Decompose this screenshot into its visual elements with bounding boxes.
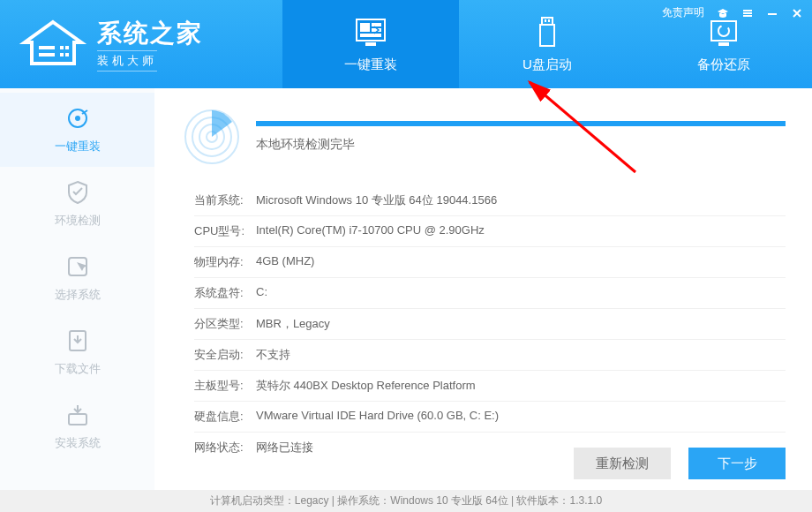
svg-rect-3 xyxy=(65,46,69,49)
info-row: 安全启动:不支持 xyxy=(194,340,786,371)
svg-rect-11 xyxy=(365,42,376,46)
info-label: 物理内存: xyxy=(194,254,256,270)
close-icon[interactable] xyxy=(791,7,803,19)
svg-point-24 xyxy=(75,116,80,121)
scan-status: 本地环境检测完毕 xyxy=(256,137,786,153)
info-label: 硬盘信息: xyxy=(194,409,256,425)
svg-rect-27 xyxy=(69,414,86,425)
info-label: 分区类型: xyxy=(194,316,256,332)
svg-rect-20 xyxy=(743,15,752,17)
minimize-icon[interactable] xyxy=(766,7,778,19)
rescan-button[interactable]: 重新检测 xyxy=(574,448,671,479)
svg-rect-18 xyxy=(743,10,752,11)
disclaimer-link[interactable]: 免责声明 xyxy=(662,5,704,20)
info-table: 当前系统:Microsoft Windows 10 专业版 64位 19044.… xyxy=(181,185,786,463)
sidebar-label: 环境检测 xyxy=(55,213,101,229)
sidebar-item-env-check[interactable]: 环境检测 xyxy=(0,167,154,241)
download-icon xyxy=(64,328,91,354)
info-row: CPU型号:Intel(R) Core(TM) i7-10700 CPU @ 2… xyxy=(194,216,786,247)
info-label: 安全启动: xyxy=(194,347,256,363)
info-row: 主板型号:英特尔 440BX Desktop Reference Platfor… xyxy=(194,371,786,402)
sidebar-label: 安装系统 xyxy=(55,435,101,451)
svg-rect-12 xyxy=(542,18,553,25)
svg-rect-0 xyxy=(39,46,55,49)
svg-rect-19 xyxy=(743,12,752,14)
info-value: VMware Virtual IDE Hard Drive (60.0 GB, … xyxy=(256,409,499,425)
tab-label: 一键重装 xyxy=(344,56,397,73)
sidebar-item-download[interactable]: 下载文件 xyxy=(0,315,154,389)
info-row: 当前系统:Microsoft Windows 10 专业版 64位 19044.… xyxy=(194,185,786,216)
info-label: CPU型号: xyxy=(194,223,256,239)
house-logo-icon xyxy=(18,18,88,71)
info-label: 主板型号: xyxy=(194,378,256,394)
logo-title: 系统之家 xyxy=(97,17,203,50)
info-row: 物理内存:4GB (MHZ) xyxy=(194,247,786,278)
graduation-icon[interactable] xyxy=(717,7,729,19)
sidebar-label: 一键重装 xyxy=(55,139,101,154)
sidebar-label: 下载文件 xyxy=(55,361,101,377)
info-value: 网络已连接 xyxy=(256,440,313,456)
sidebar-item-select-system[interactable]: 选择系统 xyxy=(0,241,154,315)
info-label: 系统盘符: xyxy=(194,285,256,301)
svg-point-17 xyxy=(718,26,729,36)
logo-subtitle: 装机大师 xyxy=(97,50,157,72)
info-label: 当前系统: xyxy=(194,192,256,208)
svg-rect-5 xyxy=(65,53,69,56)
sidebar-label: 选择系统 xyxy=(55,287,101,303)
select-icon xyxy=(64,253,91,280)
sidebar-item-install[interactable]: 安装系统 xyxy=(0,389,154,463)
info-row: 分区类型:MBR，Legacy xyxy=(194,309,786,340)
backup-icon xyxy=(706,16,741,49)
install-icon xyxy=(64,402,91,428)
monitor-icon xyxy=(353,16,388,49)
svg-rect-14 xyxy=(548,19,550,22)
logo-area: 系统之家 装机大师 xyxy=(0,0,282,88)
info-label: 网络状态: xyxy=(194,440,256,456)
info-value: 4GB (MHZ) xyxy=(256,254,314,270)
tab-usb-boot[interactable]: U盘启动 xyxy=(459,0,635,88)
tab-reinstall[interactable]: 一键重装 xyxy=(282,0,459,88)
svg-rect-1 xyxy=(39,53,55,56)
main-panel: 本地环境检测完毕 当前系统:Microsoft Windows 10 专业版 6… xyxy=(154,88,812,490)
header: 系统之家 装机大师 一键重装 U盘启动 备份还原 免责声明 xyxy=(0,0,812,88)
target-icon xyxy=(64,105,91,132)
info-value: C: xyxy=(256,285,267,301)
menu-icon[interactable] xyxy=(741,7,754,19)
sidebar-item-reinstall[interactable]: 一键重装 xyxy=(0,93,154,167)
info-value: 不支持 xyxy=(256,347,290,363)
svg-rect-15 xyxy=(540,25,554,46)
svg-rect-8 xyxy=(372,23,381,26)
svg-rect-16 xyxy=(711,21,736,41)
shield-icon xyxy=(64,179,91,206)
info-value: 英特尔 440BX Desktop Reference Platform xyxy=(256,378,476,394)
progress-bar xyxy=(256,121,786,126)
info-value: MBR，Legacy xyxy=(256,316,330,332)
svg-rect-4 xyxy=(60,53,64,56)
svg-rect-7 xyxy=(360,23,370,32)
next-button[interactable]: 下一步 xyxy=(688,448,786,479)
svg-rect-2 xyxy=(60,46,64,49)
svg-rect-10 xyxy=(360,34,381,37)
title-bar-icons: 免责声明 xyxy=(662,5,803,20)
usb-icon xyxy=(530,16,565,49)
sidebar: 一键重装 环境检测 选择系统 下载文件 安装系统 xyxy=(0,88,154,490)
tab-label: 备份还原 xyxy=(697,56,750,73)
info-row: 系统盘符:C: xyxy=(194,278,786,309)
tab-label: U盘启动 xyxy=(523,56,572,73)
info-row: 硬盘信息:VMware Virtual IDE Hard Drive (60.0… xyxy=(194,402,786,433)
svg-rect-21 xyxy=(768,13,777,15)
svg-rect-13 xyxy=(545,19,546,22)
info-value: Intel(R) Core(TM) i7-10700 CPU @ 2.90GHz xyxy=(256,223,485,239)
info-value: Microsoft Windows 10 专业版 64位 19044.1566 xyxy=(256,192,497,208)
radar-icon xyxy=(181,106,243,168)
footer-status: 计算机启动类型：Legacy | 操作系统：Windows 10 专业版 64位… xyxy=(0,490,812,512)
